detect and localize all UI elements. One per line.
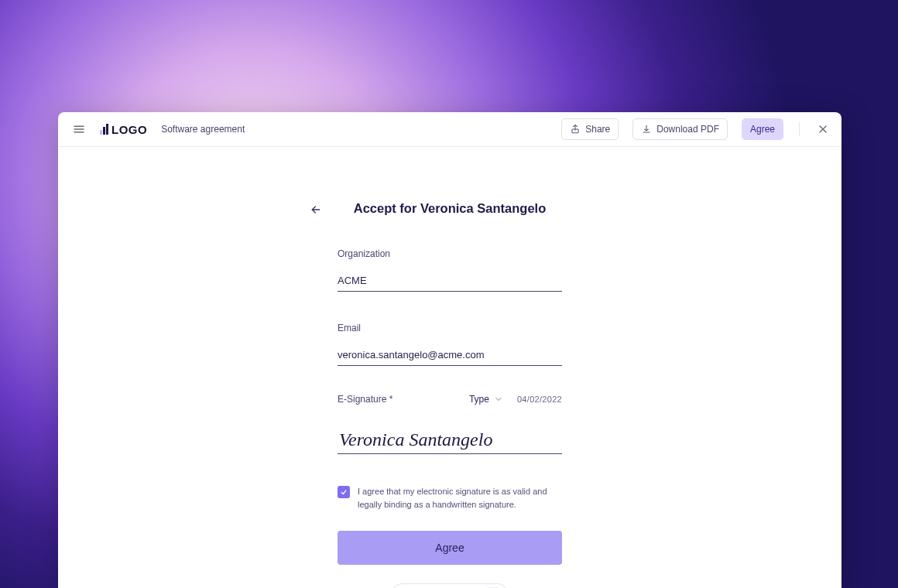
- signature-input[interactable]: [338, 429, 562, 454]
- organization-field: Organization: [338, 248, 562, 292]
- arrow-left-icon: [310, 203, 322, 216]
- signature-mode-dropdown[interactable]: Type: [469, 394, 503, 405]
- signature-label: E-Signature *: [338, 394, 392, 405]
- email-input[interactable]: [338, 346, 562, 366]
- share-icon: [570, 124, 581, 135]
- document-title: Software agreement: [161, 124, 245, 135]
- submit-agree-label: Agree: [435, 542, 464, 554]
- consent-text: I agree that my electronic signature is …: [358, 485, 562, 511]
- download-icon: [641, 124, 652, 135]
- organization-input[interactable]: [338, 272, 562, 292]
- email-label: Email: [338, 323, 562, 333]
- organization-label: Organization: [338, 248, 562, 259]
- form-title: Accept for Veronica Santangelo: [338, 201, 562, 216]
- secured-badge: Secured by Qwilr: [392, 583, 508, 588]
- topbar-agree-button[interactable]: Agree: [742, 118, 783, 140]
- topbar-divider: [799, 122, 800, 136]
- signature-field: E-Signature * Type 04/02/2022: [338, 394, 562, 454]
- topbar: LOGO Software agreement Share Download P…: [58, 112, 841, 147]
- download-pdf-button[interactable]: Download PDF: [632, 118, 728, 140]
- share-button[interactable]: Share: [561, 118, 619, 140]
- check-icon: [340, 488, 348, 496]
- chevron-down-icon: [494, 395, 503, 404]
- document-panel: LOGO Software agreement Share Download P…: [58, 112, 841, 588]
- topbar-agree-label: Agree: [750, 124, 775, 135]
- email-field: Email: [338, 323, 562, 366]
- download-pdf-label: Download PDF: [656, 124, 719, 135]
- consent-row: I agree that my electronic signature is …: [338, 485, 562, 511]
- menu-button[interactable]: [69, 119, 89, 139]
- close-icon: [817, 123, 829, 135]
- logo-text: LOGO: [111, 123, 147, 136]
- consent-checkbox[interactable]: [338, 486, 350, 498]
- close-button[interactable]: [815, 121, 831, 137]
- signature-mode-label: Type: [469, 394, 489, 405]
- brand-logo: LOGO: [100, 123, 147, 136]
- logo-mark-icon: [100, 124, 108, 135]
- signature-date: 04/02/2022: [517, 395, 562, 404]
- accept-form: Accept for Veronica Santangelo Organizat…: [338, 201, 562, 588]
- content-area: Accept for Veronica Santangelo Organizat…: [58, 147, 841, 588]
- back-button[interactable]: [310, 203, 322, 219]
- share-button-label: Share: [585, 124, 610, 135]
- submit-agree-button[interactable]: Agree: [338, 531, 562, 565]
